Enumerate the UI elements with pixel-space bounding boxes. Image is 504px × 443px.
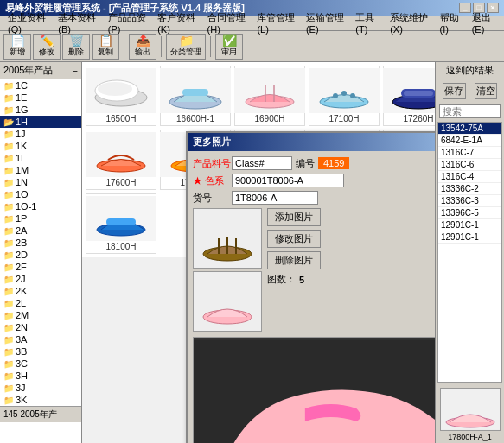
right-list-item-5[interactable]: 13336C-2 [438,183,501,195]
menu-transport[interactable]: 运输管理(E) [302,10,349,35]
folder-icon: 📁 [3,250,14,260]
sidebar-item-1h[interactable]: 📂 1H [0,116,81,128]
sidebar-label-3b: 3B [16,346,27,357]
sidebar-item-2a[interactable]: 📁 2A [0,225,81,237]
sidebar-label-1e: 1E [16,92,27,103]
svg-rect-21 [106,218,136,225]
product-17600h[interactable]: 17600H [86,130,156,190]
dialog-num-value: 4159 [318,157,349,169]
sidebar-label-1j: 1J [16,129,26,139]
toolbar: 📄 新增 ✏️ 修改 🗑️ 删除 📋 复制 📤 输出 📁 分类管理 ✅ 审用 [0,31,504,62]
sidebar-item-1c[interactable]: 📁 1C [0,79,81,92]
svg-rect-14 [404,91,433,96]
sidebar-label-1g: 1G [16,104,29,115]
sidebar-item-1j[interactable]: 📁 1J [0,128,81,140]
right-list-item-8[interactable]: 12901C-1 [438,219,501,231]
product-18100h[interactable]: 18100H [86,193,156,254]
right-list-item-1[interactable]: 6842-E-1A [438,135,501,147]
sidebar-item-2n[interactable]: 📁 2N [0,321,81,333]
product-16500h[interactable]: 16500H [86,66,156,126]
sidebar-item-2f[interactable]: 📁 2F [0,261,81,273]
product-17100h[interactable]: 17100H [309,66,380,126]
menu-help[interactable]: 帮助(I) [436,10,466,35]
sidebar-item-2k[interactable]: 📁 2K [0,285,81,297]
sidebar-label-1m: 1M [16,165,29,175]
folder-icon: 📁 [3,130,14,139]
approve-button[interactable]: ✅ 审用 [215,34,243,60]
search-input[interactable] [439,104,501,118]
copy-button[interactable]: 📋 复制 [92,34,119,60]
sidebar-item-1o1[interactable]: 📁 1O-1 [0,200,81,212]
menu-warehouse[interactable]: 库管管理(L) [252,10,299,35]
right-list-item-0[interactable]: 13542-75A [438,123,501,135]
sidebar-item-2b[interactable]: 📁 2B [0,237,81,249]
sidebar: 2005年产品 − 📁 1C 📁 1E 📁 1G 📂 1H 📁 1J 📁 1K [0,62,82,443]
delete-button[interactable]: 🗑️ 删除 [62,34,90,60]
collapse-icon[interactable]: − [73,66,78,76]
sidebar-item-1g[interactable]: 📁 1G [0,104,81,116]
product-label-17600h: 17600H [105,178,136,187]
product-16900h[interactable]: 16900H [234,66,305,126]
menu-enterprise[interactable]: 企业资料(Q) [3,10,52,35]
right-list-item-4[interactable]: 1316C-4 [438,171,501,183]
sidebar-item-1l[interactable]: 📁 1L [0,152,81,164]
dialog-color-input[interactable] [232,174,344,187]
add-photo-button[interactable]: 添加图片 [267,208,321,226]
sidebar-item-2d[interactable]: 📁 2D [0,249,81,261]
product-17260h[interactable]: 17260H [383,66,435,126]
save-button[interactable]: 保存 [443,83,466,99]
right-thumb-preview[interactable] [440,388,501,431]
sidebar-item-1n[interactable]: 📁 1N [0,176,81,188]
right-list-item-9[interactable]: 12901C-1 [438,231,501,244]
menu-product[interactable]: 产品品资(P) [104,10,151,35]
sidebar-label-3c: 3C [16,358,28,369]
menu-contract[interactable]: 合同管理(H) [203,10,252,35]
sidebar-item-2l[interactable]: 📁 2L [0,297,81,309]
dialog-thumb-2[interactable] [193,271,262,332]
new-button[interactable]: 📄 新增 [3,34,31,60]
menu-customer[interactable]: 客户资料(K) [153,10,201,35]
sidebar-item-1e[interactable]: 📁 1E [0,92,81,104]
sidebar-item-1o[interactable]: 📁 1O [0,188,81,200]
sidebar-item-1p[interactable]: 📁 1P [0,212,81,225]
sidebar-item-1m[interactable]: 📁 1M [0,164,81,176]
product-16600h1[interactable]: 16600H-1 [160,66,231,126]
category-button[interactable]: 📁 分类管理 [166,34,206,60]
menu-tools[interactable]: 工具(T) [351,10,384,35]
dialog-color-row: ★ 色系 [193,174,435,187]
clear-button[interactable]: 清空 [475,83,498,99]
sidebar-item-1k[interactable]: 📁 1K [0,140,81,152]
sidebar-item-2m[interactable]: 📁 2M [0,309,81,321]
folder-icon: 📁 [3,214,14,224]
edit-photo-button[interactable]: 修改图片 [267,230,321,248]
right-panel-title: 返到的结果 [446,65,494,75]
del-photo-button[interactable]: 删除图片 [267,251,321,269]
svg-point-2 [98,82,132,96]
sidebar-item-3b[interactable]: 📁 3B [0,345,81,358]
right-list-item-6[interactable]: 13336C-3 [438,195,501,207]
menu-base[interactable]: 基本资料(B) [54,10,101,35]
folder-icon: 📁 [3,359,14,369]
sidebar-item-3a[interactable]: 📁 3A [0,333,81,345]
dialog-class-input[interactable] [232,156,292,170]
dialog-thumb-1[interactable] [193,208,262,269]
sidebar-item-3j[interactable]: 📁 3J [0,382,81,394]
sidebar-item-3k[interactable]: 📁 3K [0,394,81,406]
svg-rect-4 [182,89,208,96]
right-list-item-3[interactable]: 1316C-6 [438,159,501,171]
right-list-item-2[interactable]: 1316C-7 [438,147,501,159]
folder-icon: 📁 [3,81,14,91]
sidebar-title: 2005年产品 [3,64,53,77]
menu-exit[interactable]: 退出(E) [468,10,501,35]
sidebar-item-3c[interactable]: 📁 3C [0,358,81,370]
menu-system[interactable]: 系统维护(X) [386,10,433,35]
export-button[interactable]: 📤 输出 [129,34,156,60]
edit-button[interactable]: ✏️ 修改 [33,34,61,60]
right-list-item-7[interactable]: 13396C-5 [438,207,501,219]
sidebar-label-2a: 2A [16,225,27,236]
sidebar-item-3h[interactable]: 📁 3H [0,370,81,382]
sidebar-item-2j[interactable]: 📁 2J [0,273,81,285]
dialog-model-input[interactable] [232,191,318,205]
category-icon: 📁 [179,35,194,47]
separator-3 [210,36,211,57]
